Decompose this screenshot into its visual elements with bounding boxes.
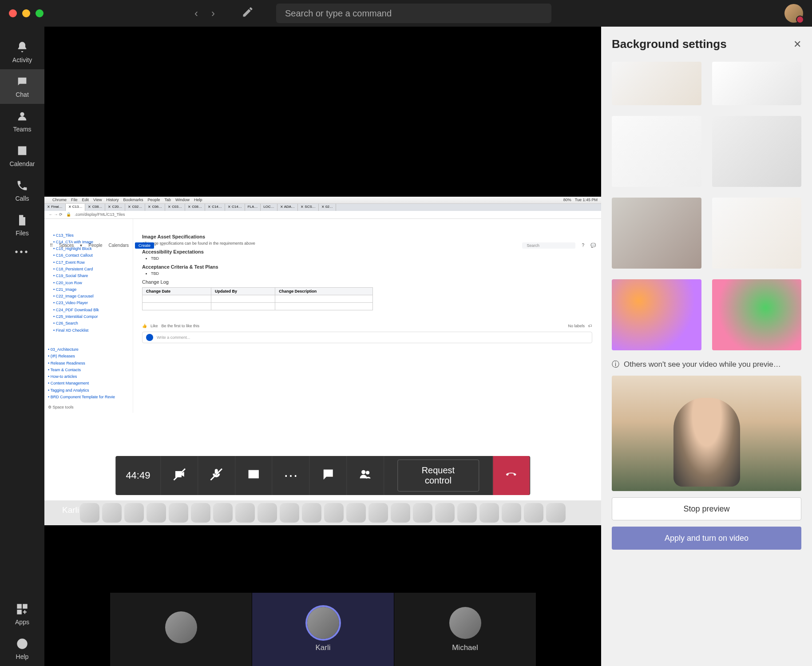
share-icon (247, 468, 260, 484)
rail-calendar[interactable]: Calendar (0, 139, 44, 173)
svg-rect-0 (18, 605, 21, 608)
avatar (449, 607, 481, 639)
more-icon: ⋯ (284, 467, 298, 484)
hangup-icon (505, 468, 517, 484)
bell-icon (16, 40, 29, 54)
rail-label: Activity (12, 56, 32, 63)
mac-dock (44, 500, 601, 525)
rail-help[interactable]: Help (0, 631, 44, 666)
rail-apps[interactable]: Apps (0, 597, 44, 631)
background-option[interactable] (612, 279, 701, 350)
background-option[interactable] (712, 198, 802, 269)
rail-chat[interactable]: Chat (0, 69, 44, 104)
call-timer: 44:49 (115, 456, 161, 495)
mic-toggle[interactable] (198, 456, 235, 495)
rail-label: Apps (15, 618, 29, 626)
background-option[interactable] (712, 62, 802, 105)
request-control[interactable]: Request control (384, 456, 493, 495)
request-control-button[interactable]: Request control (397, 460, 479, 492)
teams-icon (16, 110, 29, 123)
panel-title: Background settings (612, 37, 727, 51)
titlebar: ‹ › Search or type a command (0, 0, 812, 27)
preview-person (673, 398, 740, 487)
help-icon (16, 637, 29, 650)
shared-screen: ChromeFileEditViewHistoryBookmarksPeople… (44, 27, 601, 593)
participant-name: Michael (452, 643, 478, 652)
rail-label: Files (16, 230, 29, 237)
compose-icon[interactable] (242, 6, 254, 21)
phone-icon (16, 179, 29, 192)
stop-preview-button[interactable]: Stop preview (612, 497, 801, 520)
rail-teams[interactable]: Teams (0, 104, 44, 139)
preview-info: ⓘ Others won't see your video while you … (612, 359, 801, 369)
close-window[interactable] (9, 9, 17, 17)
rail-label: Teams (13, 126, 31, 133)
people-icon (359, 468, 372, 484)
background-option[interactable] (612, 62, 701, 105)
participant-name: Karli (315, 643, 330, 652)
more-actions[interactable]: ⋯ (273, 456, 310, 495)
mic-off-icon (210, 468, 223, 484)
rail-label: Help (16, 653, 29, 660)
svg-rect-2 (18, 610, 21, 614)
participant-tile[interactable]: Karli (252, 593, 394, 666)
mac-menubar: ChromeFileEditViewHistoryBookmarksPeople… (44, 197, 601, 204)
video-preview (612, 376, 801, 491)
call-controls: 44:49 ⋯ (115, 456, 530, 495)
forward-button[interactable]: › (211, 7, 215, 20)
file-icon (16, 214, 29, 227)
background-option[interactable] (612, 116, 701, 187)
rail-files[interactable]: Files (0, 208, 44, 242)
calendar-icon (16, 144, 29, 158)
camera-toggle[interactable] (161, 456, 198, 495)
presenter-label: Karli (62, 505, 79, 515)
search-input[interactable]: Search or type a command (276, 4, 551, 23)
rail-more[interactable]: ••• (15, 247, 29, 257)
apply-video-button[interactable]: Apply and turn on video (612, 527, 801, 550)
svg-point-6 (366, 471, 369, 474)
share-button[interactable] (235, 456, 273, 495)
rail-activity[interactable]: Activity (0, 35, 44, 69)
background-settings-panel: Background settings ✕ ⓘ Others won't see… (601, 27, 812, 666)
people-toggle[interactable] (347, 456, 384, 495)
chat-icon (322, 468, 334, 484)
user-avatar[interactable] (784, 4, 803, 23)
participant-tile[interactable]: Michael (394, 593, 536, 666)
svg-rect-1 (23, 605, 27, 608)
svg-point-5 (362, 470, 365, 473)
participants-strip: Karli Michael (44, 593, 601, 666)
background-grid (612, 62, 801, 350)
participant-tile[interactable] (110, 593, 252, 666)
main-area: ChromeFileEditViewHistoryBookmarksPeople… (44, 27, 601, 666)
maximize-window[interactable] (36, 9, 44, 17)
chat-icon (16, 75, 29, 88)
rail-label: Calls (15, 195, 29, 202)
avatar (165, 611, 197, 643)
camera-off-icon (173, 468, 186, 484)
chat-toggle[interactable] (309, 456, 347, 495)
hangup-button[interactable] (493, 456, 530, 495)
apps-icon (16, 603, 29, 616)
background-option[interactable] (612, 198, 701, 269)
left-rail: Activity Chat Teams Calendar Calls (0, 27, 44, 666)
minimize-window[interactable] (22, 9, 30, 17)
back-button[interactable]: ‹ (194, 7, 198, 20)
rail-calls[interactable]: Calls (0, 173, 44, 208)
window-controls (9, 9, 44, 17)
info-icon: ⓘ (612, 359, 619, 369)
close-panel-button[interactable]: ✕ (793, 39, 801, 50)
rail-label: Calendar (10, 160, 35, 167)
background-option[interactable] (712, 279, 802, 350)
rail-label: Chat (16, 91, 29, 98)
avatar (307, 607, 339, 639)
background-option[interactable] (712, 116, 802, 187)
